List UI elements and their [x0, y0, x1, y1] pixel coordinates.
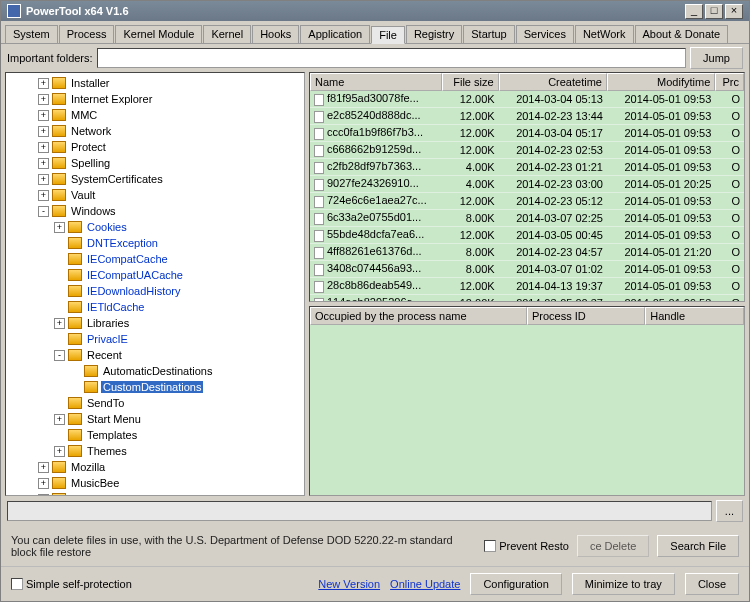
- tab-services[interactable]: Services: [516, 25, 574, 43]
- tree-item[interactable]: Templates: [6, 427, 304, 443]
- tree-toggle-icon[interactable]: +: [38, 462, 49, 473]
- tree-toggle-icon[interactable]: +: [38, 190, 49, 201]
- col-process-id[interactable]: Process ID: [527, 307, 645, 325]
- tree-toggle-icon[interactable]: +: [54, 446, 65, 457]
- tips-row: You can delete files in use, with the U.…: [1, 526, 749, 566]
- tab-about-&-donate[interactable]: About & Donate: [635, 25, 729, 43]
- col-name[interactable]: Name: [310, 73, 442, 91]
- tab-process[interactable]: Process: [59, 25, 115, 43]
- tree-item-label: IEDownloadHistory: [85, 285, 183, 297]
- tree-toggle-icon[interactable]: -: [54, 350, 65, 361]
- tree-toggle-icon[interactable]: +: [38, 94, 49, 105]
- tab-registry[interactable]: Registry: [406, 25, 462, 43]
- col-process-name[interactable]: Occupied by the process name: [310, 307, 527, 325]
- file-icon: [314, 298, 324, 302]
- online-update-link[interactable]: Online Update: [390, 578, 460, 590]
- jump-button[interactable]: Jump: [690, 47, 743, 69]
- tab-system[interactable]: System: [5, 25, 58, 43]
- col-modifytime[interactable]: Modifytime: [607, 73, 715, 91]
- table-row[interactable]: 4ff88261e61376d...8.00K2014-02-23 04:572…: [310, 244, 744, 261]
- folder-tree[interactable]: +Installer+Internet Explorer+MMC+Network…: [5, 72, 305, 496]
- tree-item[interactable]: -Recent: [6, 347, 304, 363]
- tab-kernel[interactable]: Kernel: [203, 25, 251, 43]
- tree-item-label: SystemCertificates: [69, 173, 165, 185]
- tab-application[interactable]: Application: [300, 25, 370, 43]
- mid-area: +Installer+Internet Explorer+MMC+Network…: [1, 72, 749, 496]
- tree-toggle-icon[interactable]: +: [38, 158, 49, 169]
- tree-item[interactable]: +Start Menu: [6, 411, 304, 427]
- tree-item[interactable]: +MMC: [6, 107, 304, 123]
- close-window-button[interactable]: ×: [725, 4, 743, 19]
- tree-item[interactable]: +Network: [6, 123, 304, 139]
- tree-item[interactable]: SendTo: [6, 395, 304, 411]
- tree-item[interactable]: +Installer: [6, 75, 304, 91]
- prevent-restore-checkbox[interactable]: Prevent Resto: [484, 540, 569, 552]
- tab-kernel-module[interactable]: Kernel Module: [115, 25, 202, 43]
- tree-item[interactable]: IETldCache: [6, 299, 304, 315]
- table-row[interactable]: 6c33a2e0755d01...8.00K2014-03-07 02:2520…: [310, 210, 744, 227]
- tree-item[interactable]: IECompatCache: [6, 251, 304, 267]
- tree-item[interactable]: +Protect: [6, 139, 304, 155]
- table-row[interactable]: 3408c074456a93...8.00K2014-03-07 01:0220…: [310, 261, 744, 278]
- tree-item-label: SendTo: [85, 397, 126, 409]
- tab-network[interactable]: NetWork: [575, 25, 634, 43]
- col-handle[interactable]: Handle: [645, 307, 744, 325]
- table-row[interactable]: 9027fe24326910...4.00K2014-02-23 03:0020…: [310, 176, 744, 193]
- tab-startup[interactable]: Startup: [463, 25, 514, 43]
- table-row[interactable]: ccc0fa1b9f86f7b3...12.00K2014-03-04 05:1…: [310, 125, 744, 142]
- minimize-window-button[interactable]: _: [685, 4, 703, 19]
- tree-toggle-icon[interactable]: +: [54, 222, 65, 233]
- tree-toggle-icon[interactable]: +: [38, 110, 49, 121]
- force-delete-button[interactable]: ce Delete: [577, 535, 649, 557]
- tree-toggle-icon[interactable]: +: [54, 318, 65, 329]
- tree-item[interactable]: -Windows: [6, 203, 304, 219]
- minimize-to-tray-button[interactable]: Minimize to tray: [572, 573, 675, 595]
- tree-toggle-icon[interactable]: +: [38, 142, 49, 153]
- tab-hooks[interactable]: Hooks: [252, 25, 299, 43]
- important-folders-input[interactable]: [97, 48, 687, 68]
- tree-item[interactable]: CustomDestinations: [6, 379, 304, 395]
- table-row[interactable]: c668662b91259d...12.00K2014-02-23 02:532…: [310, 142, 744, 159]
- tree-item[interactable]: +Mozilla: [6, 459, 304, 475]
- configuration-button[interactable]: Configuration: [470, 573, 561, 595]
- table-row[interactable]: f81f95ad30078fe...12.00K2014-03-04 05:13…: [310, 91, 744, 108]
- tree-toggle-icon[interactable]: +: [38, 478, 49, 489]
- self-protection-checkbox[interactable]: Simple self-protection: [11, 578, 132, 590]
- tree-item[interactable]: +Vault: [6, 187, 304, 203]
- tree-item-label: Protect: [69, 141, 108, 153]
- table-row[interactable]: 55bde48dcfa7ea6...12.00K2014-03-05 00:45…: [310, 227, 744, 244]
- tree-item[interactable]: +Themes: [6, 443, 304, 459]
- tree-item[interactable]: AutomaticDestinations: [6, 363, 304, 379]
- tree-item[interactable]: DNTException: [6, 235, 304, 251]
- tree-item[interactable]: IEDownloadHistory: [6, 283, 304, 299]
- tree-item[interactable]: +Cookies: [6, 219, 304, 235]
- tree-toggle-icon[interactable]: +: [38, 78, 49, 89]
- new-version-link[interactable]: New Version: [318, 578, 380, 590]
- folder-icon: [68, 317, 82, 329]
- table-row[interactable]: 28c8b86deab549...12.00K2014-04-13 19:372…: [310, 278, 744, 295]
- tree-item[interactable]: +Spelling: [6, 155, 304, 171]
- browse-button[interactable]: ...: [716, 500, 743, 522]
- tree-item[interactable]: PrivacIE: [6, 331, 304, 347]
- table-row[interactable]: e2c85240d888dc...12.00K2014-02-23 13:442…: [310, 108, 744, 125]
- tab-file[interactable]: File: [371, 26, 405, 44]
- table-row[interactable]: 114aeb8295206a...12.00K2014-03-05 00:372…: [310, 295, 744, 302]
- status-box: [7, 501, 712, 521]
- tree-item[interactable]: IECompatUACache: [6, 267, 304, 283]
- col-createtime[interactable]: Createtime: [499, 73, 607, 91]
- col-size[interactable]: File size: [442, 73, 499, 91]
- close-button[interactable]: Close: [685, 573, 739, 595]
- tree-item[interactable]: +SystemCertificates: [6, 171, 304, 187]
- tree-toggle-icon[interactable]: +: [38, 126, 49, 137]
- tree-item[interactable]: +Internet Explorer: [6, 91, 304, 107]
- search-file-button[interactable]: Search File: [657, 535, 739, 557]
- table-row[interactable]: 724e6c6e1aea27c...12.00K2014-02-23 05:12…: [310, 193, 744, 210]
- tree-toggle-icon[interactable]: +: [54, 414, 65, 425]
- tree-toggle-icon[interactable]: +: [38, 174, 49, 185]
- col-prc[interactable]: Prc: [715, 73, 744, 91]
- tree-toggle-icon[interactable]: -: [38, 206, 49, 217]
- tree-item[interactable]: +Libraries: [6, 315, 304, 331]
- tree-item[interactable]: +MusicBee: [6, 475, 304, 491]
- maximize-window-button[interactable]: □: [705, 4, 723, 19]
- table-row[interactable]: c2fb28df97b7363...4.00K2014-02-23 01:212…: [310, 159, 744, 176]
